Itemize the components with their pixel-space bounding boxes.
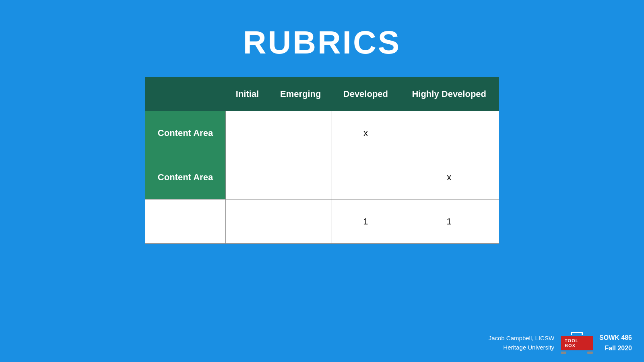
footer: Jacob Campbell, LICSW Heritage Universit…: [489, 332, 632, 354]
table-header: Initial Emerging Developed Highly Develo…: [145, 78, 499, 111]
course-term: Fall 2020: [599, 343, 632, 354]
col-header-label: [145, 78, 226, 111]
toolbox-icon: TOOL BOX: [561, 332, 593, 354]
col-header-developed: Developed: [332, 78, 399, 111]
row-label-2: Content Area: [145, 155, 226, 200]
row2-initial: [226, 155, 269, 200]
col-header-highly-developed: Highly Developed: [399, 78, 499, 111]
course-info: SOWK 486 Fall 2020: [599, 333, 632, 353]
table-row: Content Area x: [145, 111, 499, 155]
footer-instructor-info: Jacob Campbell, LICSW Heritage Universit…: [489, 334, 554, 352]
row2-developed: [332, 155, 399, 200]
row3-emerging: [269, 200, 332, 244]
col-header-initial: Initial: [226, 78, 269, 111]
row-label-1: Content Area: [145, 111, 226, 155]
col-header-emerging: Emerging: [269, 78, 332, 111]
row2-highly-developed: x: [399, 155, 499, 200]
course-code: SOWK 486: [599, 333, 632, 343]
latch-right: [587, 352, 593, 354]
page-title: RUBRICS: [0, 0, 644, 61]
table-row: Content Area x: [145, 155, 499, 200]
rubrics-table: Initial Emerging Developed Highly Develo…: [145, 77, 499, 244]
toolbox-latches: [561, 352, 593, 354]
row1-emerging: [269, 111, 332, 155]
row-label-3: [145, 200, 226, 244]
row3-highly-developed: 1: [399, 200, 499, 244]
row1-initial: [226, 111, 269, 155]
main-heading: RUBRICS: [0, 24, 644, 61]
row2-emerging: [269, 155, 332, 200]
row1-highly-developed: [399, 111, 499, 155]
row1-developed: x: [332, 111, 399, 155]
table-body: Content Area x Content Area x 1 1: [145, 111, 499, 244]
table-wrapper: Initial Emerging Developed Highly Develo…: [0, 77, 644, 244]
row3-initial: [226, 200, 269, 244]
toolbox-label: TOOL BOX: [565, 338, 589, 348]
instructor-name: Jacob Campbell, LICSW: [489, 334, 554, 343]
table-row: 1 1: [145, 200, 499, 244]
toolbox-body: TOOL BOX: [561, 336, 593, 350]
row3-developed: 1: [332, 200, 399, 244]
institution-name: Heritage University: [489, 343, 554, 352]
latch-left: [561, 352, 566, 354]
toolbox-handle: [571, 332, 583, 335]
